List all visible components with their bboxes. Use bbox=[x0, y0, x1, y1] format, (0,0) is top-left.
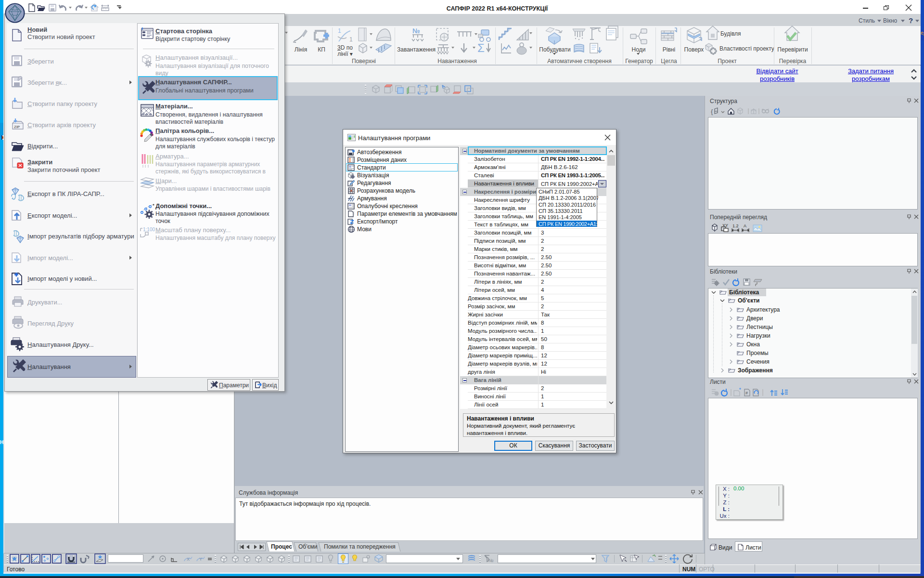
svg-text:№: № bbox=[488, 558, 494, 563]
svg-text:A: A bbox=[744, 223, 746, 228]
svg-text:{: { bbox=[711, 108, 713, 115]
svg-text:Y: Y bbox=[199, 557, 202, 562]
svg-text:#: # bbox=[745, 391, 748, 395]
svg-text:1.2: 1.2 bbox=[732, 223, 739, 228]
svg-text:Σ: Σ bbox=[477, 41, 485, 54]
svg-text:1:100: 1:100 bbox=[143, 227, 155, 232]
svg-text:№: № bbox=[412, 27, 420, 35]
svg-text:1: 1 bbox=[349, 36, 353, 43]
svg-text:X: X bbox=[187, 557, 190, 562]
svg-text:1: 1 bbox=[338, 27, 341, 34]
svg-text:ZIP: ZIP bbox=[14, 125, 20, 129]
